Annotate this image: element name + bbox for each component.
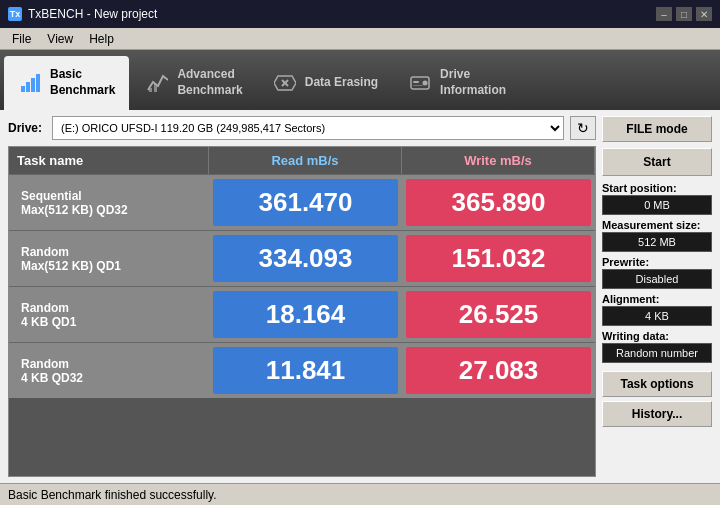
task-name-random-max: Random Max(512 KB) QD1 xyxy=(9,231,209,286)
header-task-name: Task name xyxy=(9,147,209,174)
read-value-random-4k-qd1: 18.164 xyxy=(213,291,398,338)
measurement-size-group: Measurement size: 512 MB xyxy=(602,219,712,252)
menu-view[interactable]: View xyxy=(39,30,81,48)
task-name-random-4k-qd32: Random 4 KB QD32 xyxy=(9,343,209,398)
file-mode-button[interactable]: FILE mode xyxy=(602,116,712,142)
main-content: Drive: (E:) ORICO UFSD-I 119.20 GB (249,… xyxy=(0,110,720,483)
alignment-value: 4 KB xyxy=(602,306,712,326)
svg-rect-3 xyxy=(36,74,40,92)
alignment-label: Alignment: xyxy=(602,293,712,305)
task-name-sequential: Sequential Max(512 KB) QD32 xyxy=(9,175,209,230)
prewrite-label: Prewrite: xyxy=(602,256,712,268)
tab-data-erasing[interactable]: Data Erasing xyxy=(259,56,392,110)
table-row: Sequential Max(512 KB) QD32 361.470 365.… xyxy=(9,174,595,230)
tab-basic-label: Basic Benchmark xyxy=(50,67,115,98)
write-value-random-4k-qd32: 27.083 xyxy=(406,347,591,394)
svg-rect-11 xyxy=(413,81,419,83)
start-button[interactable]: Start xyxy=(602,148,712,176)
start-position-value: 0 MB xyxy=(602,195,712,215)
prewrite-group: Prewrite: Disabled xyxy=(602,256,712,289)
drive-information-icon xyxy=(408,71,432,95)
task-options-button[interactable]: Task options xyxy=(602,371,712,397)
history-button[interactable]: History... xyxy=(602,401,712,427)
title-bar-controls: – □ ✕ xyxy=(656,7,712,21)
tab-advanced-label: Advanced Benchmark xyxy=(177,67,242,98)
write-value-sequential: 365.890 xyxy=(406,179,591,226)
data-erasing-icon xyxy=(273,71,297,95)
right-panel: FILE mode Start Start position: 0 MB Mea… xyxy=(602,116,712,477)
read-value-random-4k-qd32: 11.841 xyxy=(213,347,398,394)
tab-drive-information[interactable]: Drive Information xyxy=(394,56,520,110)
title-bar: Tx TxBENCH - New project – □ ✕ xyxy=(0,0,720,28)
measurement-size-label: Measurement size: xyxy=(602,219,712,231)
tab-basic-benchmark[interactable]: Basic Benchmark xyxy=(4,56,129,110)
drive-row: Drive: (E:) ORICO UFSD-I 119.20 GB (249,… xyxy=(8,116,596,140)
tab-erasing-label: Data Erasing xyxy=(305,75,378,91)
read-value-sequential: 361.470 xyxy=(213,179,398,226)
table-row: Random 4 KB QD32 11.841 27.083 xyxy=(9,342,595,398)
minimize-button[interactable]: – xyxy=(656,7,672,21)
benchmark-table: Task name Read mB/s Write mB/s Sequentia… xyxy=(8,146,596,477)
maximize-button[interactable]: □ xyxy=(676,7,692,21)
menu-bar: File View Help xyxy=(0,28,720,50)
advanced-benchmark-icon xyxy=(145,71,169,95)
basic-benchmark-icon xyxy=(18,71,42,95)
status-text: Basic Benchmark finished successfully. xyxy=(8,488,217,502)
tab-drive-label: Drive Information xyxy=(440,67,506,98)
drive-refresh-button[interactable]: ↻ xyxy=(570,116,596,140)
svg-rect-5 xyxy=(154,84,157,92)
start-position-label: Start position: xyxy=(602,182,712,194)
header-read: Read mB/s xyxy=(209,147,402,174)
task-name-random-4k-qd1: Random 4 KB QD1 xyxy=(9,287,209,342)
status-bar: Basic Benchmark finished successfully. xyxy=(0,483,720,505)
close-button[interactable]: ✕ xyxy=(696,7,712,21)
start-position-group: Start position: 0 MB xyxy=(602,182,712,215)
measurement-size-value: 512 MB xyxy=(602,232,712,252)
writing-data-value: Random number xyxy=(602,343,712,363)
menu-help[interactable]: Help xyxy=(81,30,122,48)
read-value-random-max: 334.093 xyxy=(213,235,398,282)
title-bar-left: Tx TxBENCH - New project xyxy=(8,7,157,21)
svg-point-10 xyxy=(423,81,428,86)
table-row: Random 4 KB QD1 18.164 26.525 xyxy=(9,286,595,342)
writing-data-label: Writing data: xyxy=(602,330,712,342)
svg-rect-2 xyxy=(31,78,35,92)
svg-rect-4 xyxy=(149,88,152,92)
alignment-group: Alignment: 4 KB xyxy=(602,293,712,326)
write-value-random-4k-qd1: 26.525 xyxy=(406,291,591,338)
tab-advanced-benchmark[interactable]: Advanced Benchmark xyxy=(131,56,256,110)
svg-rect-12 xyxy=(413,85,423,86)
left-panel: Drive: (E:) ORICO UFSD-I 119.20 GB (249,… xyxy=(8,116,596,477)
menu-file[interactable]: File xyxy=(4,30,39,48)
header-write: Write mB/s xyxy=(402,147,595,174)
write-value-random-max: 151.032 xyxy=(406,235,591,282)
prewrite-value: Disabled xyxy=(602,269,712,289)
refresh-icon: ↻ xyxy=(577,120,589,136)
table-row: Random Max(512 KB) QD1 334.093 151.032 xyxy=(9,230,595,286)
table-header: Task name Read mB/s Write mB/s xyxy=(9,147,595,174)
window-title: TxBENCH - New project xyxy=(28,7,157,21)
tab-bar: Basic Benchmark Advanced Benchmark Data … xyxy=(0,50,720,110)
drive-label: Drive: xyxy=(8,121,46,135)
app-icon: Tx xyxy=(8,7,22,21)
svg-rect-1 xyxy=(26,82,30,92)
svg-rect-0 xyxy=(21,86,25,92)
writing-data-group: Writing data: Random number xyxy=(602,330,712,363)
drive-select[interactable]: (E:) ORICO UFSD-I 119.20 GB (249,985,417… xyxy=(52,116,564,140)
